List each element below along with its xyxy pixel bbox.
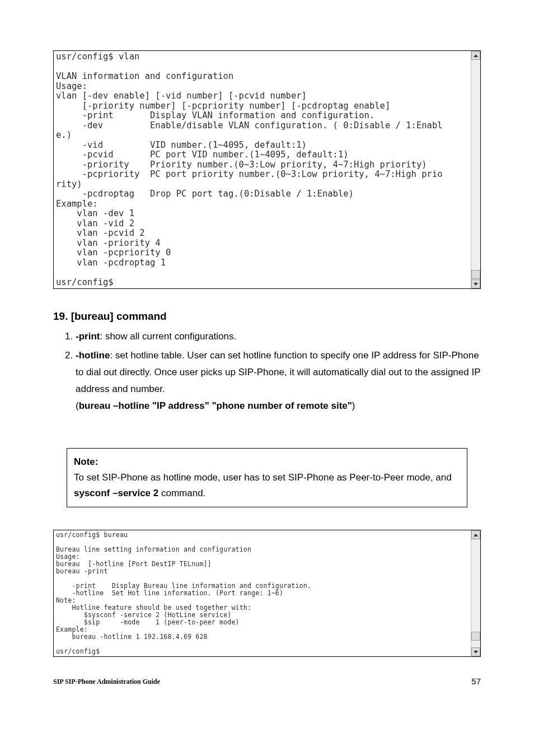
option-desc: : show all current configurations.	[100, 331, 236, 342]
vlan-terminal: usr/config$ vlan VLAN information and co…	[53, 50, 481, 289]
chevron-down-icon	[474, 283, 478, 286]
section-heading: 19. [bureau] command	[53, 310, 481, 323]
scroll-up-button[interactable]	[471, 51, 480, 60]
list-item: -hotline: set hotline table. User can se…	[76, 347, 481, 414]
bureau-option-list: -print: show all current configurations.…	[59, 328, 481, 414]
bureau-terminal-output: usr/config$ bureau Bureau line setting i…	[54, 530, 471, 656]
chevron-down-icon	[474, 651, 478, 654]
chevron-up-icon	[474, 54, 478, 57]
command-example: bureau –hotline "IP address" "phone numb…	[79, 400, 352, 411]
scrollbar[interactable]	[471, 51, 480, 288]
scroll-up-button[interactable]	[471, 530, 480, 539]
scrollbar[interactable]	[471, 530, 480, 656]
scroll-thumb[interactable]	[471, 632, 480, 641]
note-label: Note:	[74, 454, 460, 470]
page-number: 57	[471, 676, 481, 686]
note-box: Note: To set SIP-Phone as hotline mode, …	[67, 448, 467, 507]
list-item: -print: show all current configurations.	[76, 328, 481, 345]
note-body: To set SIP-Phone as hotline mode, user h…	[74, 470, 460, 501]
bureau-terminal: usr/config$ bureau Bureau line setting i…	[53, 530, 481, 657]
page-footer: SIP SIP-Phone Administration Guide 57	[53, 676, 481, 686]
option-desc: : set hotline table. User can set hotlin…	[76, 350, 480, 394]
scroll-down-button[interactable]	[471, 647, 480, 656]
chevron-up-icon	[474, 534, 478, 536]
scroll-down-button[interactable]	[471, 279, 480, 288]
option-name: -print	[76, 331, 100, 342]
vlan-terminal-output: usr/config$ vlan VLAN information and co…	[54, 51, 471, 288]
option-name: -hotline	[76, 350, 110, 361]
scroll-thumb[interactable]	[471, 270, 480, 279]
footer-title: SIP SIP-Phone Administration Guide	[53, 678, 160, 686]
